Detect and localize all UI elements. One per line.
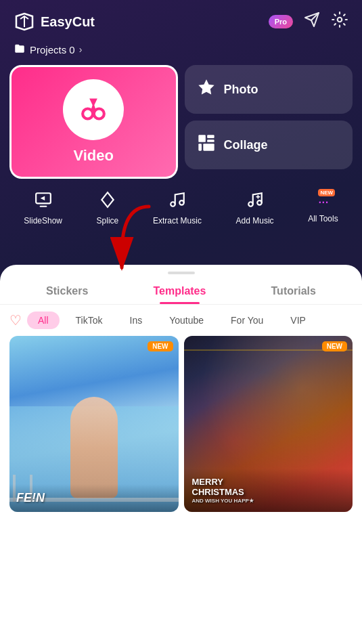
header: EasyCut Pro xyxy=(0,0,362,39)
arrow-indicator xyxy=(108,200,162,284)
right-buttons: Photo Collage xyxy=(185,65,353,179)
tab-tutorials[interactable]: Tutorials xyxy=(265,281,323,304)
send-icon[interactable] xyxy=(304,12,320,32)
scissors-icon xyxy=(76,90,110,130)
svg-rect-7 xyxy=(198,144,202,151)
collage-icon xyxy=(197,133,216,157)
bottom-panel: Stickers Templates Tutorials ♡ All TikTo… xyxy=(0,265,362,644)
svg-rect-8 xyxy=(203,144,214,151)
filter-youtube[interactable]: Youtube xyxy=(158,312,214,329)
slideshow-label: SlideShow xyxy=(24,216,62,226)
tools-row: SlideShow Splice Extract Music xyxy=(0,186,362,232)
all-tools-label: All Tools xyxy=(308,214,338,223)
projects-label: Projects 0 xyxy=(30,44,75,56)
card-text-fein: FE!N xyxy=(16,491,172,505)
app-name: EasyCut xyxy=(41,14,95,30)
photo-icon xyxy=(197,78,216,102)
panel-tabs: Stickers Templates Tutorials xyxy=(0,278,362,305)
video-icon-circle xyxy=(63,79,124,140)
svg-rect-6 xyxy=(207,139,214,142)
photo-label: Photo xyxy=(224,83,258,97)
tool-add-music[interactable]: Add Music xyxy=(236,191,274,226)
card-subtext-christmas: AND WISH YOU HAPP★ xyxy=(192,498,345,504)
filter-tiktok[interactable]: TikTok xyxy=(65,312,114,329)
collage-label: Collage xyxy=(224,138,268,152)
add-music-label: Add Music xyxy=(236,216,274,226)
projects-chevron: › xyxy=(79,44,83,55)
svg-point-14 xyxy=(257,200,262,205)
video-button[interactable]: Video xyxy=(9,65,178,179)
extract-music-icon xyxy=(168,191,186,213)
filter-vip[interactable]: VIP xyxy=(279,312,317,329)
tool-all-tools[interactable]: ··· NEW All Tools xyxy=(308,193,338,223)
svg-point-11 xyxy=(171,202,175,207)
tab-stickers[interactable]: Stickers xyxy=(39,281,95,304)
template-christmas[interactable]: NEW MERRYCHRISTMAS AND WISH YOU HAPP★ xyxy=(184,336,353,512)
logo-icon xyxy=(14,11,35,33)
logo-area: EasyCut xyxy=(14,11,95,33)
svg-point-13 xyxy=(248,202,253,207)
video-label: Video xyxy=(73,147,114,165)
slideshow-icon xyxy=(35,191,52,213)
svg-rect-5 xyxy=(207,135,214,138)
svg-point-1 xyxy=(338,18,342,22)
tab-templates[interactable]: Templates xyxy=(146,281,212,304)
new-badge-fein: NEW xyxy=(148,341,173,351)
template-grid: NEW FE!N NEW MERRYCHRISTMAS AND WISH YOU… xyxy=(0,336,362,634)
pro-badge[interactable]: Pro xyxy=(269,15,293,28)
card-overlay-christmas: MERRYCHRISTMAS AND WISH YOU HAPP★ xyxy=(184,469,353,512)
photo-button[interactable]: Photo xyxy=(185,65,353,114)
header-right: Pro xyxy=(269,11,348,33)
collage-button[interactable]: Collage xyxy=(185,121,353,169)
filter-ins[interactable]: Ins xyxy=(119,312,154,329)
favorites-icon[interactable]: ♡ xyxy=(9,312,22,328)
main-buttons: Video Photo Collage xyxy=(0,65,362,179)
filter-all[interactable]: All xyxy=(27,312,60,329)
svg-point-12 xyxy=(179,200,184,205)
projects-bar[interactable]: Projects 0 › xyxy=(14,42,348,57)
card-text-christmas: MERRYCHRISTMAS xyxy=(192,477,345,498)
all-tools-icon: ··· NEW xyxy=(318,193,328,211)
svg-rect-4 xyxy=(198,135,206,142)
new-badge: NEW xyxy=(318,189,335,196)
filter-for-you[interactable]: For You xyxy=(220,312,274,329)
settings-icon[interactable] xyxy=(331,11,348,33)
template-fein[interactable]: NEW FE!N xyxy=(9,336,179,512)
filter-row: ♡ All TikTok Ins Youtube For You VIP xyxy=(0,305,362,336)
new-badge-christmas: NEW xyxy=(322,341,347,351)
card-overlay-fein: FE!N xyxy=(9,484,179,512)
folder-icon xyxy=(14,42,26,57)
add-music-icon xyxy=(246,191,264,213)
tool-slideshow[interactable]: SlideShow xyxy=(24,191,62,226)
drag-handle[interactable] xyxy=(168,272,195,274)
